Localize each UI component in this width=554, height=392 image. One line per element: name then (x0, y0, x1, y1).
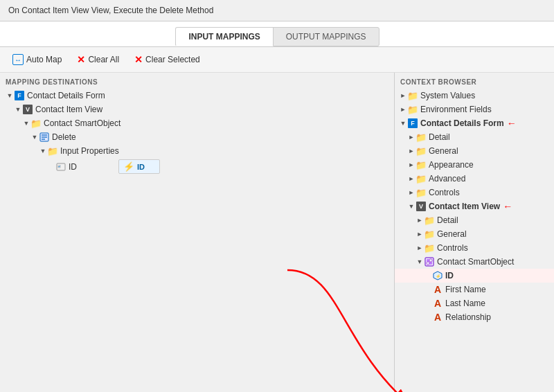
tree-item-input-properties[interactable]: 📁 Input Properties (0, 144, 394, 158)
folder-icon: 📁 (416, 173, 427, 184)
svg-rect-8 (429, 262, 432, 265)
ctx-label: Controls (437, 243, 468, 253)
folder-icon: 📁 (416, 132, 427, 143)
method-icon (39, 132, 50, 143)
tab-input-mappings[interactable]: INPUT MAPPINGS (175, 27, 273, 46)
ctx-item-last-name[interactable]: A Last Name (395, 296, 554, 310)
svg-text:⚡: ⚡ (436, 274, 441, 279)
ctx-label: Contact Details Form (420, 118, 504, 128)
ctx-item-contact-item-view[interactable]: V Contact Item View ← (395, 199, 554, 213)
ctx-item-contact-details-form[interactable]: F Contact Details Form ← (395, 116, 554, 130)
smartobject-icon (424, 256, 435, 267)
property-id-icon: ⚡ (432, 270, 443, 281)
ctx-item-contact-smartobject2[interactable]: Contact SmartObject (395, 255, 554, 269)
ctx-item-id-field[interactable]: ⚡ ID (395, 269, 554, 283)
mapping-label: ID (137, 163, 145, 171)
chevron-right-icon (416, 216, 424, 224)
ctx-item-first-name[interactable]: A First Name (395, 283, 554, 296)
chevron-right-icon (407, 133, 416, 141)
page-title: On Contact Item View View, Execute the D… (8, 6, 213, 15)
folder-icon: 📁 (30, 118, 42, 129)
ctx-label: Controls (429, 188, 460, 197)
folder-icon: 📁 (416, 145, 427, 157)
ctx-item-advanced[interactable]: 📁 Advanced (395, 172, 554, 186)
tree-item-contact-details-form[interactable]: F Contact Details Form (0, 89, 394, 103)
field-icon (55, 161, 66, 172)
ctx-label: Advanced (429, 174, 465, 184)
form-icon: F (407, 118, 418, 129)
auto-map-button[interactable]: ↔ Auto Map (7, 51, 67, 68)
ctx-item-detail[interactable]: 📁 Detail (395, 130, 554, 144)
ctx-label: General (437, 229, 467, 239)
ctx-label: Last Name (445, 299, 485, 308)
mapping-arrow-area: ⚡ ID (118, 159, 391, 174)
text-field-icon: A (432, 312, 443, 323)
ctx-label: ID (445, 271, 454, 280)
ctx-label: First Name (445, 285, 486, 294)
chevron-right-icon (407, 147, 416, 155)
tree-label: ID (69, 162, 77, 172)
ctx-label: Contact Item View (429, 202, 500, 211)
form-icon: F (14, 90, 25, 101)
tree-label: Contact Details Form (27, 91, 105, 100)
tab-output-mappings[interactable]: OUTPUT MAPPINGS (273, 27, 379, 46)
tree-item-contact-item-view[interactable]: V Contact Item View (0, 103, 394, 116)
ctx-item-controls2[interactable]: 📁 Controls (395, 241, 554, 255)
ctx-item-detail2[interactable]: 📁 Detail (395, 213, 554, 227)
tree-item-delete[interactable]: Delete (0, 130, 394, 144)
right-panel: CONTEXT BROWSER 📁 System Values 📁 Enviro… (395, 73, 554, 392)
ctx-item-general2[interactable]: 📁 General (395, 227, 554, 241)
folder-icon: 📁 (416, 187, 427, 198)
ctx-label: Detail (437, 215, 458, 225)
mapping-destinations-header: MAPPING DESTINATIONS (0, 78, 394, 89)
folder-icon: 📁 (416, 159, 427, 170)
chevron-down-icon (14, 105, 22, 114)
chevron-down-icon (30, 133, 39, 141)
clear-all-button[interactable]: ✕ Clear All (71, 51, 125, 68)
ctx-label: Relationship (445, 312, 491, 322)
chevron-down-icon (399, 119, 407, 127)
chevron-down-icon (416, 258, 424, 266)
tabs-bar: INPUT MAPPINGS OUTPUT MAPPINGS (0, 21, 554, 47)
ctx-label: General (429, 146, 458, 156)
chevron-right-icon (407, 161, 416, 169)
tree-label: Input Properties (60, 146, 119, 156)
chevron-down-icon (22, 119, 30, 127)
folder-icon: 📁 (407, 104, 418, 115)
chevron-down-icon (39, 147, 47, 155)
tree-item-contact-smartobject[interactable]: 📁 Contact SmartObject (0, 116, 394, 130)
tree-label: Contact SmartObject (44, 118, 120, 128)
ctx-label: Environment Fields (420, 105, 492, 114)
chevron-right-icon (399, 91, 407, 100)
right-arrow-indicator: ← (507, 118, 517, 129)
folder-icon: 📁 (47, 145, 58, 157)
toolbar: ↔ Auto Map ✕ Clear All ✕ Clear Selected (0, 47, 554, 73)
ctx-item-environment-fields[interactable]: 📁 Environment Fields (395, 103, 554, 116)
ctx-item-general[interactable]: 📁 General (395, 144, 554, 158)
tree-label: Contact Item View (35, 105, 102, 114)
chevron-right-icon (416, 244, 424, 252)
ctx-item-relationship[interactable]: A Relationship (395, 310, 554, 324)
svg-rect-7 (427, 259, 429, 262)
chevron-right-icon (407, 175, 416, 183)
ctx-label: System Values (420, 91, 475, 100)
ctx-item-system-values[interactable]: 📁 System Values (395, 89, 554, 103)
top-bar: On Contact Item View View, Execute the D… (0, 0, 554, 21)
tree-item-id[interactable]: ID ⚡ ID (0, 158, 394, 175)
right-arrow-indicator: ← (503, 201, 512, 212)
ctx-label: Detail (429, 132, 450, 142)
folder-icon: 📁 (424, 229, 435, 240)
tree-label: Delete (52, 132, 76, 142)
chevron-right-icon (399, 105, 407, 114)
clear-all-x-icon: ✕ (77, 54, 85, 65)
ctx-item-appearance[interactable]: 📁 Appearance (395, 158, 554, 172)
chevron-down-icon (6, 91, 14, 100)
clear-selected-button[interactable]: ✕ Clear Selected (129, 51, 206, 68)
ctx-item-controls[interactable]: 📁 Controls (395, 186, 554, 199)
automap-icon: ↔ (12, 54, 24, 65)
text-field-icon: A (432, 298, 443, 309)
mapping-box[interactable]: ⚡ ID (118, 159, 160, 174)
chevron-right-icon (416, 230, 424, 238)
context-browser-header: CONTEXT BROWSER (395, 78, 554, 89)
form2-icon: V (416, 201, 427, 212)
